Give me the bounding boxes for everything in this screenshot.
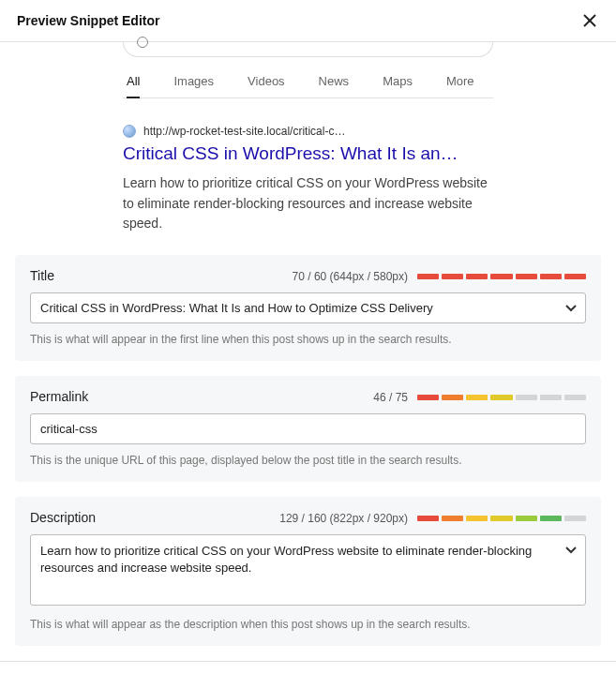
title-strength-bar <box>417 274 586 279</box>
bar-segment <box>442 395 463 400</box>
field-meta: 129 / 160 (822px / 920px) <box>279 512 586 525</box>
field-label: Description <box>30 510 96 525</box>
serp-preview: All Images Videos News Maps More http://… <box>0 42 616 255</box>
description-help: This is what will appear as the descript… <box>30 618 586 631</box>
bar-segment <box>564 274 586 279</box>
field-section-description: Description 129 / 160 (822px / 920px) Th… <box>15 497 601 646</box>
bar-segment <box>417 274 439 279</box>
description-input[interactable] <box>30 534 586 606</box>
permalink-help: This is the unique URL of this page, dis… <box>30 454 586 467</box>
title-input[interactable] <box>30 292 586 323</box>
permalink-input[interactable] <box>30 413 586 444</box>
tab-more[interactable]: More <box>446 74 474 97</box>
field-header: Permalink 46 / 75 <box>30 389 586 404</box>
bar-segment <box>516 516 537 521</box>
close-button[interactable] <box>580 11 599 30</box>
bar-segment <box>540 516 562 521</box>
bar-segment <box>466 274 488 279</box>
bar-segment <box>490 274 512 279</box>
bar-segment <box>516 395 537 400</box>
bar-segment <box>442 516 463 521</box>
field-label: Permalink <box>30 389 88 404</box>
bar-segment <box>564 516 586 521</box>
bar-segment <box>490 395 512 400</box>
tab-images[interactable]: Images <box>173 74 214 97</box>
dialog-header: Preview Snippet Editor <box>0 0 616 42</box>
tab-videos[interactable]: Videos <box>248 74 285 97</box>
description-count: 129 / 160 (822px / 920px) <box>279 512 408 525</box>
title-help: This is what will appear in the first li… <box>30 333 586 346</box>
field-header: Description 129 / 160 (822px / 920px) <box>30 510 586 525</box>
serp-url: http://wp-rocket-test-site.local/critica… <box>143 125 345 138</box>
globe-icon <box>123 125 136 138</box>
description-input-wrap <box>30 534 586 608</box>
bar-segment <box>417 516 439 521</box>
field-meta: 70 / 60 (644px / 580px) <box>293 270 586 283</box>
serp-description: Learn how to prioritize critical CSS on … <box>123 173 493 234</box>
serp-tabs: All Images Videos News Maps More <box>123 67 493 98</box>
bar-segment <box>490 516 512 521</box>
footer-divider <box>0 661 616 662</box>
title-input-wrap <box>30 292 586 323</box>
close-icon <box>582 13 597 28</box>
bar-segment <box>442 274 463 279</box>
dialog-title: Preview Snippet Editor <box>17 13 159 28</box>
permalink-strength-bar <box>417 395 586 400</box>
serp-url-row: http://wp-rocket-test-site.local/critica… <box>123 125 493 138</box>
tab-all[interactable]: All <box>127 74 140 97</box>
field-header: Title 70 / 60 (644px / 580px) <box>30 268 586 283</box>
serp-title: Critical CSS in WordPress: What It Is an… <box>123 143 493 164</box>
bar-segment <box>466 395 488 400</box>
bar-segment <box>564 395 586 400</box>
search-bar-bottom-edge <box>123 42 493 57</box>
description-strength-bar <box>417 516 586 521</box>
field-section-permalink: Permalink 46 / 75 This is the unique URL… <box>15 376 601 482</box>
bar-segment <box>417 395 439 400</box>
field-label: Title <box>30 268 54 283</box>
field-meta: 46 / 75 <box>373 391 586 404</box>
permalink-count: 46 / 75 <box>373 391 408 404</box>
bar-segment <box>516 274 537 279</box>
bar-segment <box>540 274 562 279</box>
tab-maps[interactable]: Maps <box>383 74 413 97</box>
title-count: 70 / 60 (644px / 580px) <box>293 270 408 283</box>
bar-segment <box>466 516 488 521</box>
field-section-title: Title 70 / 60 (644px / 580px) This is wh… <box>15 255 601 361</box>
bar-segment <box>540 395 562 400</box>
serp-result: http://wp-rocket-test-site.local/critica… <box>123 98 493 234</box>
tab-news[interactable]: News <box>319 74 350 97</box>
